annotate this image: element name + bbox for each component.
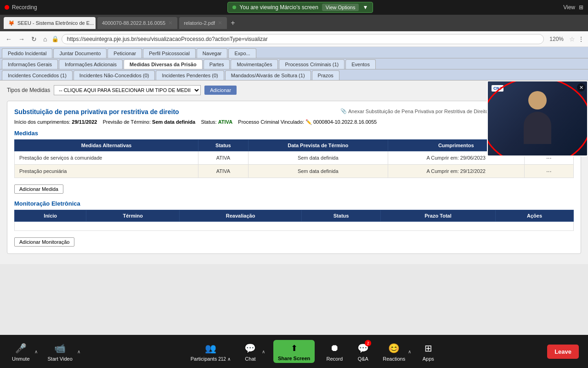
reactions-icon: 😊 (388, 342, 401, 355)
tab-seeu[interactable]: 🦊 SEEU - Sistema Eletrônico de E... ✕ (4, 17, 96, 29)
col-acoes-monit: Ações (496, 210, 574, 222)
col-status-monit: Status (302, 210, 381, 222)
recording-dot (5, 5, 9, 10)
person-head (528, 91, 547, 109)
chat-control[interactable]: 💬 Chat (239, 342, 262, 362)
record-icon: ⏺ (328, 342, 341, 355)
tab-expo[interactable]: Expo... (228, 48, 256, 58)
address-bar[interactable]: https://seeuintegra.pje.jus.br/seeu/visu… (62, 34, 544, 44)
browser-tab-bar: 🦊 SEEU - Sistema Eletrônico de E... ✕ 40… (0, 15, 588, 31)
video-overlay: CNJ ✕ (487, 80, 588, 156)
col-reavaliacao: Reavaliação (180, 210, 302, 222)
tab-incidentes-concedidos[interactable]: Incidentes Concedidos (1) (2, 70, 73, 80)
tab-prazos[interactable]: Prazos (312, 70, 339, 80)
unmute-control[interactable]: 🎤 Unmute (9, 342, 33, 362)
tab-label-seeu: SEEU - Sistema Eletrônico de E... (17, 20, 94, 26)
bottom-bar: 🎤 Unmute ∧ 📹 Start Video ∧ 👥 Participant… (0, 335, 588, 368)
tab-favicon-seeu: 🦊 (8, 20, 15, 26)
start-video-control[interactable]: 📹 Start Video (45, 342, 75, 362)
medida-data-1: Sem data definida (248, 151, 388, 165)
processo-criminal: 0000804-10.2022.8.16.0055 (313, 119, 377, 125)
empty-row (15, 222, 574, 231)
video-chevron[interactable]: ∧ (77, 349, 80, 354)
apps-control[interactable]: ⊞ Apps (417, 342, 440, 362)
bottom-center-controls: 👥 Participants 212 ∧ 💬 Chat ∧ ⬆ Share Sc… (188, 340, 440, 363)
video-close-button[interactable]: ✕ (577, 83, 585, 92)
tab-medidas-diversas[interactable]: Medidas Diversas da Prisão (124, 59, 203, 69)
reload-button[interactable]: ↻ (29, 34, 39, 44)
person-silhouette (519, 91, 556, 146)
qa-icon: 💬 2 (356, 342, 369, 355)
unmute-label: Unmute (12, 356, 30, 362)
forward-button[interactable]: → (17, 34, 27, 44)
row2-actions-button[interactable]: ··· (546, 167, 552, 175)
browser-nav-bar: ← → ↻ ⌂ 🔒 https://seeuintegra.pje.jus.br… (0, 31, 588, 47)
tab-pedido-incidental[interactable]: Pedido Incidental (2, 48, 52, 58)
participants-control[interactable]: 👥 Participants 212 ∧ (188, 342, 233, 362)
apps-icon: ⊞ (422, 342, 435, 355)
bookmark-icon: ☆ (569, 35, 575, 43)
medida-status-1: ATIVA (198, 151, 249, 165)
menu-icon[interactable]: ⋮ (578, 35, 584, 43)
qa-label: Q&A (358, 356, 368, 362)
participants-icon: 👥 (204, 342, 217, 355)
unmute-chevron[interactable]: ∧ (34, 349, 38, 354)
chat-chevron[interactable]: ∧ (262, 349, 265, 354)
share-screen-control[interactable]: ⬆ Share Screen (271, 340, 317, 363)
adicionar-medida-button[interactable]: Adicionar Medida (14, 184, 63, 194)
adicionar-button[interactable]: Adicionar (204, 86, 237, 95)
monitoracao-section-title: Monitoração Eletrônica (14, 200, 574, 207)
top-bar: Recording You are viewing Márcio's scree… (0, 0, 588, 15)
tab-close-pdf[interactable]: ✕ (218, 20, 222, 26)
reactions-label: Reactions (383, 356, 405, 362)
unmute-icon: 🎤 (14, 342, 27, 355)
adicionar-monitoracao-button[interactable]: Adicionar Monitoração (14, 237, 74, 247)
start-video-label: Start Video (48, 356, 73, 362)
qa-group: 💬 2 Q&A (351, 342, 374, 362)
chat-group: 💬 Chat ∧ (239, 342, 265, 362)
tipos-medidas-select[interactable]: -- CLIQUE AQUI PARA SELECIONAR UM TIPO D… (54, 85, 201, 95)
tab-movimentacoes[interactable]: Movimentações (231, 59, 278, 69)
tab-incidentes-pendentes[interactable]: Incidentes Pendentes (0) (156, 70, 224, 80)
tab-informacoes-adicionais[interactable]: Informações Adicionais (59, 59, 123, 69)
back-button[interactable]: ← (4, 34, 14, 44)
chat-label: Chat (245, 356, 255, 362)
col-medidas-alternativas: Medidas Alternativas (15, 140, 198, 151)
tab-peticionar[interactable]: Peticionar (107, 48, 142, 58)
tab-close-process[interactable]: ✕ (168, 20, 173, 26)
nav-tabs-row-3: Incidentes Concedidos (1) Incidentes Não… (0, 69, 588, 80)
recording-label: Recording (12, 4, 37, 11)
main-content-area: Pedido Incidental Juntar Documento Petic… (0, 47, 588, 339)
new-tab-button[interactable]: + (231, 19, 235, 27)
tab-process[interactable]: 4000070-88.2022.8.16.0055 ✕ (97, 17, 177, 29)
reactions-control[interactable]: 😊 Reactions (380, 342, 408, 362)
tab-pdf[interactable]: relatorio-2.pdf ✕ (179, 17, 227, 29)
reactions-chevron[interactable]: ∧ (408, 349, 411, 354)
tab-navegar[interactable]: Navegar (197, 48, 228, 58)
medida-acoes-2[interactable]: ··· (524, 165, 573, 178)
bottom-left-controls: 🎤 Unmute ∧ 📹 Start Video ∧ (9, 342, 80, 362)
tab-processos-criminais[interactable]: Processos Criminais (1) (279, 59, 345, 69)
tab-juntar-documento[interactable]: Juntar Documento (53, 48, 107, 58)
col-data-prevista: Data Prevista de Término (248, 140, 388, 151)
tab-perfil-psicossocial[interactable]: Perfil Psicossocial (143, 48, 196, 58)
medida-cumprimento-2: A Cumprir em: 29/12/2022 (388, 165, 524, 178)
view-icon: ⊞ (579, 4, 583, 11)
tab-eventos[interactable]: Eventos (345, 59, 376, 69)
medida-nome-2: Prestação pecuniária (15, 165, 198, 178)
tab-incidentes-nao-concedidos[interactable]: Incidentes Não-Concedidos (0) (74, 70, 155, 80)
edit-process-icon[interactable]: ✏️ (305, 119, 312, 125)
leave-button[interactable]: Leave (547, 345, 579, 359)
participants-label: Participants 212 ∧ (191, 356, 231, 362)
cnj-logo: CNJ (492, 85, 503, 92)
card-title: Substituição de pena privativa por restr… (14, 108, 179, 115)
tab-mandados[interactable]: Mandados/Alvarás de Soltura (1) (225, 70, 311, 80)
inicio-cumprimentos: 29/11/2022 (72, 119, 97, 125)
qa-control[interactable]: 💬 2 Q&A (351, 342, 374, 362)
record-control[interactable]: ⏺ Record (323, 342, 346, 362)
tab-informacoes-gerais[interactable]: Informações Gerais (2, 59, 58, 69)
table-row: Prestação pecuniária ATIVA Sem data defi… (15, 165, 574, 178)
home-button[interactable]: ⌂ (41, 34, 49, 44)
view-options-button[interactable]: View Options (322, 4, 359, 11)
tab-partes[interactable]: Partes (204, 59, 230, 69)
